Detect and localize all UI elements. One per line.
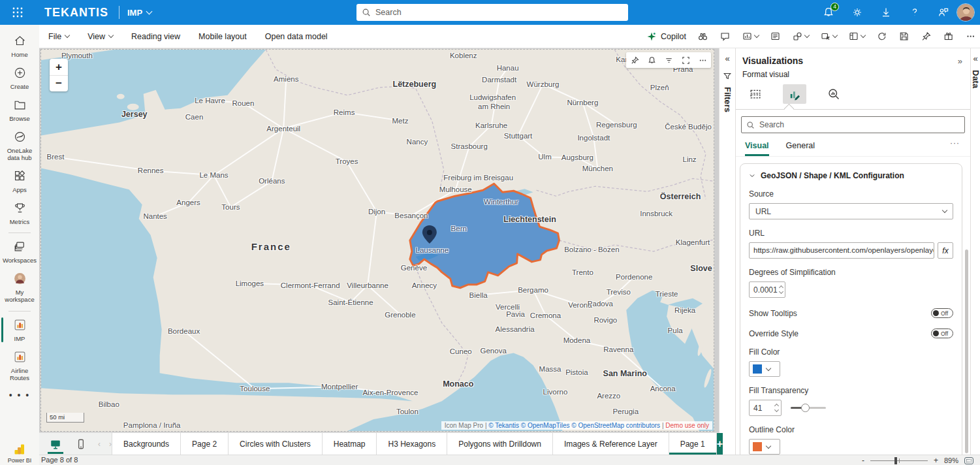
divider	[8, 232, 31, 233]
panel-scrollbar[interactable]	[965, 249, 968, 453]
sidebar-item-imp[interactable]: IMP	[0, 315, 39, 347]
text-box-icon[interactable]	[770, 31, 781, 42]
override-style-toggle[interactable]: Off	[931, 329, 953, 338]
explore-icon[interactable]	[697, 31, 708, 42]
web-view-button[interactable]	[47, 436, 64, 453]
chevron-down-icon	[942, 208, 947, 213]
sidebar-item-metrics[interactable]: Metrics	[0, 198, 39, 230]
whats-new-icon[interactable]	[943, 31, 954, 42]
fx-conditional-format-button[interactable]: fx	[938, 242, 953, 259]
user-avatar[interactable]	[956, 3, 975, 22]
fields-tab-icon[interactable]	[744, 84, 767, 104]
zoom-slider[interactable]	[870, 460, 928, 461]
fit-to-page-icon[interactable]	[964, 457, 973, 464]
analytics-tab-icon[interactable]	[822, 84, 846, 104]
new-page-button[interactable]: +	[717, 433, 723, 455]
alerts-icon[interactable]	[643, 52, 660, 68]
shapes-icon[interactable]	[792, 31, 809, 42]
help-icon[interactable]	[908, 6, 921, 19]
sidebar-item-create[interactable]: Create	[0, 63, 39, 95]
data-pane-collapsed[interactable]: « Data	[970, 48, 980, 455]
menu-items: FileViewReading viewMobile layoutOpen da…	[39, 32, 328, 41]
zoom-in-button[interactable]: +	[934, 456, 938, 465]
sidebar-item-home[interactable]: Home	[0, 31, 39, 63]
filters-pane-collapsed[interactable]: « Filters	[719, 48, 736, 455]
outline-color-picker[interactable]	[749, 439, 780, 455]
attribution-link[interactable]: © OpenStreetMap contributors	[571, 422, 660, 429]
menu-item-file[interactable]: File	[48, 32, 69, 41]
tabs-more-icon[interactable]: ···	[950, 138, 960, 148]
attribution-link[interactable]: © OpenMapTiles	[521, 422, 570, 429]
canvas-zoom-control: - + 89%	[862, 455, 973, 465]
collapse-pane-icon[interactable]: »	[958, 56, 962, 66]
menu-item-open-data-model[interactable]: Open data model	[265, 32, 328, 41]
spinner[interactable]	[778, 285, 785, 295]
map-visual[interactable]: PlymouthAmiensLe HavreRouenJerseyCaenRei…	[40, 49, 714, 432]
menu-item-reading-view[interactable]: Reading view	[131, 32, 180, 41]
nav-more-button[interactable]: • • •	[9, 386, 30, 404]
more-options-icon[interactable]	[694, 52, 711, 68]
page-tab-h3-hexagons[interactable]: H3 Hexagons	[377, 433, 447, 455]
visual-filters-icon[interactable]	[660, 52, 677, 68]
new-visual-icon[interactable]	[742, 31, 759, 42]
page-tab-page-2[interactable]: Page 2	[181, 433, 229, 455]
fill-transparency-input[interactable]: 41	[749, 400, 782, 416]
workspace-switcher[interactable]: IMP	[127, 8, 151, 18]
app-launcher-icon[interactable]	[5, 0, 30, 25]
refresh-icon[interactable]	[876, 31, 887, 42]
expand-filters-icon[interactable]: «	[719, 48, 735, 63]
buttons-icon[interactable]	[820, 31, 837, 42]
fill-color-picker[interactable]	[749, 361, 780, 377]
sea-english-channel	[41, 50, 266, 136]
page-prev-icon[interactable]: ‹	[98, 440, 101, 449]
settings-icon[interactable]	[851, 6, 864, 19]
download-icon[interactable]	[879, 6, 893, 19]
expand-data-icon[interactable]: «	[971, 48, 980, 63]
menu-item-view[interactable]: View	[87, 32, 113, 41]
sidebar-item-onelake-data-hub[interactable]: OneLake data hub	[0, 127, 39, 166]
sidebar-item-browse[interactable]: Browse	[0, 95, 39, 127]
page-tab-circles-with-clusters[interactable]: Circles with Clusters	[229, 433, 323, 455]
more-options-icon[interactable]	[965, 31, 976, 42]
simplification-input[interactable]: 0.0001	[749, 281, 785, 298]
url-input[interactable]: https://raw.githubusercontent.com/openla…	[749, 242, 934, 259]
search-icon	[746, 121, 755, 129]
format-tab-icon[interactable]	[783, 84, 806, 104]
copilot-button[interactable]: Copilot	[646, 31, 686, 42]
menu-item-mobile-layout[interactable]: Mobile layout	[198, 32, 247, 41]
focus-mode-icon[interactable]	[677, 52, 694, 68]
zoom-out-button[interactable]: -	[862, 456, 864, 465]
report-canvas: PlymouthAmiensLe HavreRouenJerseyCaenRei…	[39, 48, 719, 432]
tab-visual[interactable]: Visual	[745, 141, 769, 156]
comment-icon[interactable]	[719, 31, 731, 42]
tab-general[interactable]: General	[786, 141, 815, 156]
page-tab-heatmap[interactable]: Heatmap	[323, 433, 377, 455]
attribution-link[interactable]: © Tekantis	[488, 422, 519, 429]
notifications-icon[interactable]: 4	[822, 6, 835, 19]
map-zoom-out-button[interactable]: −	[50, 75, 68, 91]
sidebar-item-apps[interactable]: Apps	[0, 166, 39, 198]
page-layout-icon[interactable]	[848, 31, 865, 42]
page-tab-polygons-with-drilldown[interactable]: Polygons with Drilldown	[447, 433, 553, 455]
format-search-input[interactable]: Search	[741, 116, 965, 133]
feedback-icon[interactable]	[937, 6, 950, 19]
save-icon[interactable]	[898, 31, 909, 42]
spinner[interactable]	[772, 403, 781, 413]
search-icon	[362, 8, 371, 17]
pin-icon[interactable]	[921, 31, 932, 42]
global-search-input[interactable]: Search	[356, 4, 628, 21]
map-zoom-in-button[interactable]: +	[50, 59, 68, 75]
page-tab-page-1[interactable]: Page 1	[669, 433, 717, 455]
sidebar-item-airline-routes[interactable]: Airline Routes	[0, 347, 39, 386]
source-select[interactable]: URL	[749, 203, 953, 219]
sidebar-item-my-workspace[interactable]: My workspace	[0, 268, 39, 308]
page-tab-images-&-reference-layer[interactable]: Images & Reference Layer	[553, 433, 669, 455]
page-tab-backgrounds[interactable]: Backgrounds	[112, 433, 181, 455]
pin-visual-icon[interactable]	[626, 52, 643, 68]
mobile-view-button[interactable]	[72, 436, 89, 453]
fill-transparency-slider[interactable]	[791, 407, 826, 409]
metrics-icon	[13, 201, 27, 217]
show-tooltips-toggle[interactable]: Off	[931, 308, 953, 318]
sidebar-item-workspaces[interactable]: Workspaces	[0, 236, 39, 268]
section-geojson-config[interactable]: GeoJSON / Shape / KML Configuration	[749, 171, 953, 180]
